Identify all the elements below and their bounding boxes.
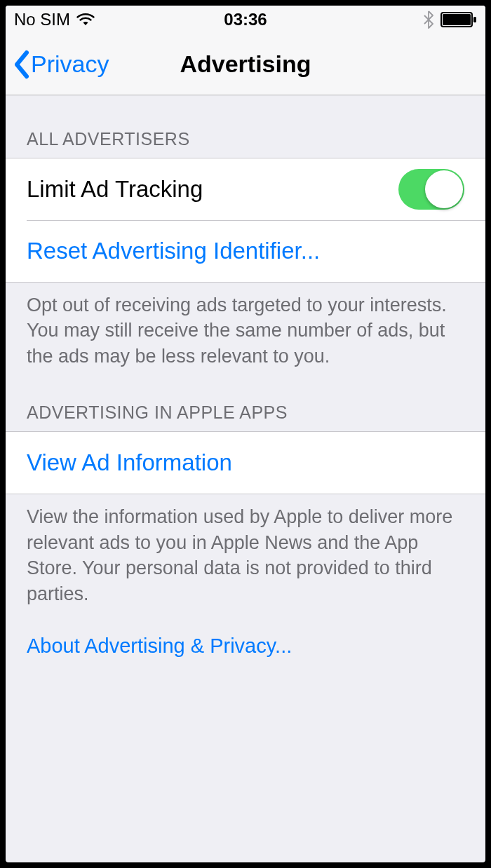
- reset-advertising-identifier-label: Reset Advertising Identifier...: [27, 238, 464, 264]
- view-ad-information-label: View Ad Information: [27, 449, 464, 476]
- group-advertisers: Limit Ad Tracking Reset Advertising Iden…: [6, 158, 485, 283]
- section-footer-apple-apps: View the information used by Apple to de…: [6, 494, 485, 606]
- back-label: Privacy: [31, 50, 109, 78]
- bluetooth-icon: [424, 11, 433, 29]
- limit-ad-tracking-label: Limit Ad Tracking: [27, 176, 398, 203]
- limit-ad-tracking-switch[interactable]: [398, 169, 464, 210]
- back-button[interactable]: Privacy: [13, 50, 109, 79]
- switch-knob: [425, 170, 463, 208]
- group-apple-apps: View Ad Information: [6, 431, 485, 494]
- about-advertising-privacy-link[interactable]: About Advertising & Privacy...: [6, 606, 485, 658]
- status-bar: No SIM 03:36: [6, 6, 485, 34]
- view-ad-information-row[interactable]: View Ad Information: [6, 432, 485, 494]
- section-header-advertisers: ALL ADVERTISERS: [6, 95, 485, 158]
- reset-advertising-identifier-row[interactable]: Reset Advertising Identifier...: [6, 220, 485, 282]
- wifi-icon: [76, 13, 95, 27]
- chevron-left-icon: [13, 50, 29, 79]
- section-header-apple-apps: ADVERTISING IN APPLE APPS: [6, 369, 485, 431]
- svg-rect-1: [443, 14, 471, 25]
- page-title: Advertising: [180, 50, 311, 78]
- nav-bar: Privacy Advertising: [6, 34, 485, 95]
- clock: 03:36: [224, 10, 267, 29]
- limit-ad-tracking-row: Limit Ad Tracking: [6, 158, 485, 220]
- carrier-label: No SIM: [14, 10, 70, 29]
- content-scroll[interactable]: ALL ADVERTISERS Limit Ad Tracking Reset …: [6, 95, 485, 862]
- svg-rect-2: [473, 17, 476, 22]
- battery-icon: [440, 12, 477, 27]
- section-footer-advertisers: Opt out of receiving ads targeted to you…: [6, 283, 485, 369]
